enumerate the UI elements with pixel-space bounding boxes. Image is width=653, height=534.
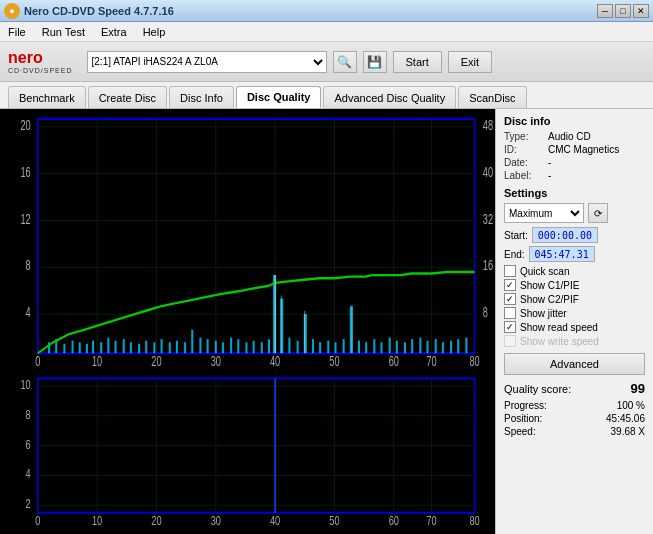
disc-label-label: Label:	[504, 170, 544, 181]
top-chart: 20 16 12 8 4 48 40 32 16 8 0 10 20 30 40…	[2, 111, 493, 369]
svg-text:16: 16	[483, 257, 493, 274]
position-label: Position:	[504, 413, 542, 424]
svg-text:20: 20	[151, 353, 162, 369]
svg-text:10: 10	[92, 353, 103, 369]
main-content: 20 16 12 8 4 48 40 32 16 8 0 10 20 30 40…	[0, 109, 653, 534]
menu-help[interactable]: Help	[139, 25, 170, 39]
svg-text:6: 6	[26, 437, 31, 451]
svg-rect-89	[450, 341, 452, 354]
refresh-button[interactable]: 🔍	[333, 51, 357, 73]
svg-rect-86	[427, 341, 429, 354]
minimize-button[interactable]: ─	[597, 4, 613, 18]
end-time-row: End:	[504, 246, 645, 262]
menu-extra[interactable]: Extra	[97, 25, 131, 39]
svg-text:30: 30	[211, 353, 222, 369]
progress-value: 100 %	[617, 400, 645, 411]
svg-text:40: 40	[270, 513, 280, 527]
svg-rect-42	[92, 341, 94, 354]
drive-select[interactable]: [2:1] ATAPI iHAS224 A ZL0A	[87, 51, 327, 73]
menu-file[interactable]: File	[4, 25, 30, 39]
progress-row: Progress: 100 %	[504, 400, 645, 411]
svg-rect-64	[261, 342, 263, 353]
show-c2pif-checkbox[interactable]: ✓	[504, 293, 516, 305]
tab-disc-info[interactable]: Disc Info	[169, 86, 234, 108]
disc-type-row: Type: Audio CD	[504, 131, 645, 142]
position-value: 45:45.06	[606, 413, 645, 424]
svg-rect-87	[435, 339, 437, 353]
svg-rect-52	[169, 342, 171, 353]
svg-rect-85	[419, 338, 421, 354]
svg-text:8: 8	[483, 304, 488, 321]
svg-rect-68	[288, 338, 290, 354]
svg-rect-44	[107, 338, 109, 354]
show-write-speed-checkbox[interactable]	[504, 335, 516, 347]
settings-icon-btn[interactable]: ⟳	[588, 203, 608, 223]
svg-rect-77	[358, 341, 360, 354]
menu-bar: File Run Test Extra Help	[0, 22, 653, 42]
svg-text:0: 0	[35, 513, 40, 527]
svg-text:0: 0	[35, 353, 40, 369]
svg-rect-78	[365, 342, 367, 353]
save-button[interactable]: 💾	[363, 51, 387, 73]
quick-scan-checkbox[interactable]	[504, 265, 516, 277]
app-icon: ●	[4, 3, 20, 19]
show-c1pie-row: ✓ Show C1/PIE	[504, 279, 645, 291]
maximize-button[interactable]: □	[615, 4, 631, 18]
menu-run-test[interactable]: Run Test	[38, 25, 89, 39]
svg-rect-61	[237, 339, 239, 353]
svg-text:70: 70	[427, 513, 437, 527]
show-read-speed-checkbox[interactable]: ✓	[504, 321, 516, 333]
start-time-input[interactable]	[532, 227, 598, 243]
start-button[interactable]: Start	[393, 51, 442, 73]
svg-rect-59	[222, 342, 224, 353]
svg-text:32: 32	[483, 210, 493, 227]
svg-rect-41	[86, 344, 88, 353]
tab-disc-quality[interactable]: Disc Quality	[236, 86, 322, 108]
svg-rect-47	[130, 342, 132, 353]
end-time-input[interactable]	[529, 246, 595, 262]
logo: nero CD·DVD/SPEED	[8, 49, 73, 74]
tab-create-disc[interactable]: Create Disc	[88, 86, 167, 108]
svg-text:80: 80	[469, 353, 480, 369]
end-label: End:	[504, 249, 525, 260]
disc-type-value: Audio CD	[548, 131, 591, 142]
svg-rect-69	[297, 341, 299, 354]
tab-scan-disc[interactable]: ScanDisc	[458, 86, 526, 108]
position-row: Position: 45:45.06	[504, 413, 645, 424]
svg-rect-43	[100, 342, 102, 353]
tab-advanced-disc-quality[interactable]: Advanced Disc Quality	[323, 86, 456, 108]
svg-rect-91	[465, 338, 467, 354]
svg-rect-56	[199, 338, 201, 354]
show-write-speed-label: Show write speed	[520, 336, 599, 347]
show-c1pie-label: Show C1/PIE	[520, 280, 579, 291]
bottom-chart-svg: 10 8 6 4 2 0 10 20 30 40 50 60 70 80	[2, 371, 493, 532]
right-panel: Disc info Type: Audio CD ID: CMC Magneti…	[495, 109, 653, 534]
svg-text:30: 30	[211, 513, 221, 527]
svg-text:50: 50	[329, 513, 339, 527]
show-c1pie-checkbox[interactable]: ✓	[504, 279, 516, 291]
title-bar: ● Nero CD-DVD Speed 4.7.7.16 ─ □ ✕	[0, 0, 653, 22]
quality-score-row: Quality score: 99	[504, 381, 645, 396]
svg-text:12: 12	[20, 210, 30, 227]
show-jitter-checkbox[interactable]	[504, 307, 516, 319]
exit-button[interactable]: Exit	[448, 51, 492, 73]
show-read-speed-row: ✓ Show read speed	[504, 321, 645, 333]
svg-rect-51	[161, 339, 163, 353]
svg-text:50: 50	[329, 353, 340, 369]
svg-text:60: 60	[389, 353, 400, 369]
svg-rect-81	[389, 338, 391, 354]
disc-label-value: -	[548, 170, 551, 181]
speed-select[interactable]: Maximum	[504, 203, 584, 223]
svg-rect-48	[138, 344, 140, 353]
speed-row: Speed: 39.68 X	[504, 426, 645, 437]
speed-value: 39.68 X	[611, 426, 645, 437]
close-button[interactable]: ✕	[633, 4, 649, 18]
show-jitter-row: Show jitter	[504, 307, 645, 319]
svg-rect-40	[79, 342, 81, 353]
svg-rect-45	[115, 341, 117, 354]
quick-scan-row: Quick scan	[504, 265, 645, 277]
advanced-button[interactable]: Advanced	[504, 353, 645, 375]
show-read-speed-label: Show read speed	[520, 322, 598, 333]
tab-benchmark[interactable]: Benchmark	[8, 86, 86, 108]
show-write-speed-row: Show write speed	[504, 335, 645, 347]
